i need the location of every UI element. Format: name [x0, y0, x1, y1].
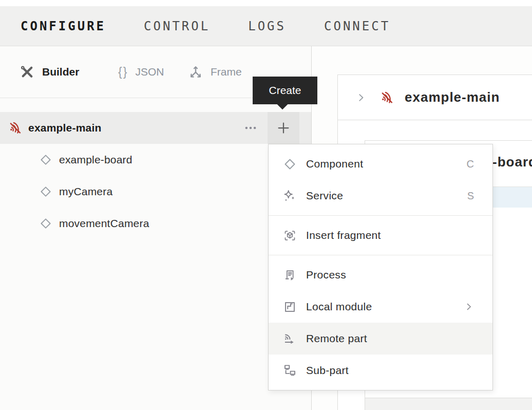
part-card-header[interactable]: example-main [338, 75, 532, 120]
sub-part-icon [283, 364, 297, 378]
local-module-icon [283, 300, 297, 314]
menu-item-label: Remote part [306, 332, 367, 345]
menu-item-component[interactable]: Component C [269, 148, 492, 180]
menu-item-service[interactable]: Service S [269, 180, 492, 212]
menu-item-label: Service [306, 190, 343, 202]
offline-status-icon [8, 121, 23, 135]
menu-item-process[interactable]: Process [269, 259, 492, 291]
offline-status-icon [380, 90, 394, 105]
mode-json-label: JSON [135, 66, 164, 78]
plus-icon [276, 120, 291, 136]
create-button[interactable] [268, 112, 299, 144]
menu-shortcut: S [467, 190, 474, 202]
component-diamond-icon [39, 185, 52, 198]
braces-icon: {} [118, 65, 128, 79]
tree-root-label: example-main [28, 122, 101, 134]
part-card-title: example-main [405, 89, 500, 105]
mode-frame-label: Frame [211, 66, 242, 78]
mode-builder[interactable]: Builder [20, 46, 79, 98]
menu-item-sub-part[interactable]: Sub-part [269, 355, 492, 386]
top-nav-bar: CONFIGURE CONTROL LOGS CONNECT [0, 6, 532, 46]
menu-shortcut: C [467, 158, 474, 170]
create-tooltip: Create [253, 77, 317, 104]
menu-item-local-module[interactable]: Local module [269, 291, 492, 323]
menu-item-remote-part[interactable]: Remote part [269, 323, 492, 355]
tree-child-label: myCamera [59, 185, 112, 198]
menu-item-label: Component [306, 158, 363, 170]
component-diamond-icon [39, 153, 52, 166]
tab-configure[interactable]: CONFIGURE [21, 19, 106, 33]
menu-item-insert-fragment[interactable]: Insert fragment [269, 219, 492, 251]
tree-child-label: example-board [59, 154, 132, 166]
create-menu: Component C Service S Insert fragment Pr… [268, 144, 493, 390]
tab-connect[interactable]: CONNECT [324, 19, 390, 33]
component-diamond-icon [283, 157, 297, 171]
chevron-right-icon [355, 92, 367, 103]
menu-section-resources: Component C Service S [269, 144, 492, 215]
insert-fragment-icon [283, 229, 297, 243]
component-card-footer [365, 398, 532, 410]
menu-item-label: Sub-part [306, 364, 349, 377]
tools-icon [20, 64, 35, 80]
menu-section-advanced: Process Local module Remote part Sub-par… [269, 255, 492, 390]
remote-part-icon [283, 332, 297, 346]
menu-section-fragment: Insert fragment [269, 215, 492, 255]
menu-item-label: Local module [306, 301, 372, 313]
tree-row-movementcamera[interactable]: movementCamera [0, 208, 311, 239]
tree-row-example-main[interactable]: example-main [0, 112, 311, 144]
frame-icon [188, 64, 203, 80]
service-sparkles-icon [283, 189, 297, 203]
process-icon [283, 268, 297, 282]
component-diamond-icon [39, 217, 52, 230]
tree-child-label: movementCamera [59, 217, 149, 230]
top-strip [0, 0, 532, 6]
mode-builder-label: Builder [42, 66, 79, 78]
menu-item-label: Insert fragment [306, 229, 381, 241]
ellipsis-icon [244, 121, 257, 135]
mode-json[interactable]: {} JSON [118, 46, 164, 98]
mode-frame[interactable]: Frame [188, 46, 242, 98]
tree-row-mycamera[interactable]: myCamera [0, 176, 311, 208]
tab-control[interactable]: CONTROL [144, 19, 210, 33]
tree-row-example-board[interactable]: example-board [0, 144, 311, 176]
menu-item-label: Process [306, 269, 346, 281]
submenu-chevron-icon [464, 302, 474, 312]
part-more-menu-button[interactable] [237, 112, 264, 144]
tab-logs[interactable]: LOGS [248, 19, 286, 33]
